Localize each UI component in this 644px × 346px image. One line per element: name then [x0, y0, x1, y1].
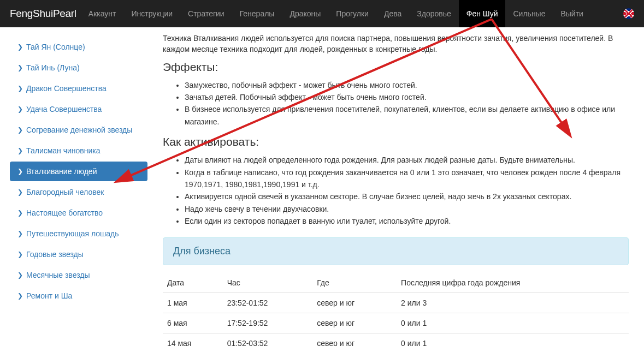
chevron-right-icon: ❯: [17, 43, 23, 51]
sidebar-item-6[interactable]: ❯Вталкивание людей: [10, 162, 147, 181]
sidebar-item-7[interactable]: ❯Благородный человек: [10, 182, 147, 202]
nav-item-10[interactable]: Выйти: [553, 0, 590, 27]
sidebar-item-label: Благородный человек: [26, 188, 104, 196]
sidebar-item-4[interactable]: ❯Согревание денежной звезды: [10, 120, 147, 140]
nav-item-7[interactable]: Здоровье: [409, 0, 459, 27]
chevron-right-icon: ❯: [17, 292, 23, 300]
nav-item-1[interactable]: Инструкции: [123, 0, 180, 27]
sidebar-item-label: Удача Совершенства: [26, 105, 102, 114]
list-item: Активируется одной свечей в указанном се…: [185, 190, 629, 202]
sidebar-item-label: Тай Инь (Луна): [26, 63, 80, 72]
chevron-right-icon: ❯: [17, 147, 23, 154]
nav-item-8[interactable]: Фен Шуй: [459, 0, 506, 27]
sidebar-item-1[interactable]: ❯Тай Инь (Луна): [10, 58, 147, 77]
list-item: Зачатья детей. Побочный эффект - может б…: [185, 91, 629, 103]
chevron-right-icon: ❯: [17, 209, 23, 217]
effects-list: Замужество, побочный эффект - может быть…: [163, 79, 629, 128]
list-item: Надо жечь свечу в течении двухчасовки.: [185, 203, 629, 215]
chevron-right-icon: ❯: [17, 230, 23, 237]
nav-item-0[interactable]: Аккаунт: [81, 0, 124, 27]
table-cell: север и юг: [312, 313, 397, 333]
activate-list: Даты влияют на людей определенного года …: [163, 154, 629, 227]
sidebar-item-12[interactable]: ❯Ремонт и Ша: [10, 286, 147, 306]
table-cell: 0 или 1: [397, 313, 629, 333]
table-header: Дата: [163, 273, 223, 293]
business-alert: Для бизнеса: [163, 237, 629, 265]
sidebar-item-label: Вталкивание людей: [26, 167, 97, 176]
nav-item-4[interactable]: Драконы: [282, 0, 328, 27]
table-row: 6 мая17:52-19:52север и юг0 или 1: [163, 313, 629, 333]
table-cell: 14 мая: [163, 333, 223, 346]
table-header: Час: [223, 273, 313, 293]
dates-table: ДатаЧасГдеПоследняя цифра года рождения …: [163, 273, 629, 347]
sidebar-item-2[interactable]: ❯Дракон Совершенства: [10, 79, 147, 98]
sidebar-item-label: Настоящее богатство: [26, 208, 103, 217]
intro-text: Техника Вталкивания людей используется д…: [163, 33, 629, 55]
chevron-right-icon: ❯: [17, 126, 23, 134]
nav-item-9[interactable]: Сильные: [505, 0, 553, 27]
table-cell: север и юг: [312, 333, 397, 346]
sidebar-item-label: Тай Ян (Солнце): [26, 43, 85, 51]
chevron-right-icon: ❯: [17, 64, 23, 71]
nav-item-6[interactable]: Дева: [376, 0, 409, 27]
chevron-right-icon: ❯: [17, 250, 23, 258]
chevron-right-icon: ❯: [17, 188, 23, 196]
chevron-right-icon: ❯: [17, 168, 23, 175]
list-item: Когда в таблице написано, что год рожден…: [185, 166, 629, 191]
activate-heading: Как активировать:: [163, 135, 629, 148]
list-item: В бизнесе используется для привлечения п…: [185, 103, 629, 128]
sidebar: ❯Тай Ян (Солнце)❯Тай Инь (Луна)❯Дракон С…: [0, 27, 157, 346]
list-item: Даты влияют на людей определенного года …: [185, 154, 629, 166]
main-content: Техника Вталкивания людей используется д…: [157, 27, 644, 346]
table-header: Последняя цифра года рождения: [397, 273, 629, 293]
sidebar-item-11[interactable]: ❯Месячные звезды: [10, 265, 147, 285]
nav-item-3[interactable]: Генералы: [232, 0, 282, 27]
sidebar-item-label: Годовые звезды: [26, 250, 84, 259]
table-row: 1 мая23:52-01:52север и юг2 или 3: [163, 293, 629, 313]
sidebar-item-0[interactable]: ❯Тай Ян (Солнце): [10, 37, 147, 57]
list-item: Замужество, побочный эффект - может быть…: [185, 79, 629, 91]
brand-logo[interactable]: FengShuiPearl: [10, 8, 76, 20]
nav-item-5[interactable]: Прогулки: [328, 0, 376, 27]
sidebar-item-label: Путешествующая лошадь: [26, 229, 119, 238]
sidebar-item-label: Согревание денежной звезды: [26, 126, 132, 134]
table-cell: 1 мая: [163, 293, 223, 313]
nav-menu: АккаунтИнструкцииСтратегииГенералыДракон…: [81, 0, 620, 27]
table-cell: 2 или 3: [397, 293, 629, 313]
chevron-right-icon: ❯: [17, 105, 23, 113]
language-flag-icon[interactable]: [623, 8, 634, 19]
sidebar-item-label: Талисман чиновника: [26, 146, 101, 155]
sidebar-item-5[interactable]: ❯Талисман чиновника: [10, 141, 147, 160]
table-cell: север и юг: [312, 293, 397, 313]
nav-item-2[interactable]: Стратегии: [180, 0, 232, 27]
table-header: Где: [312, 273, 397, 293]
table-cell: 17:52-19:52: [223, 313, 313, 333]
table-cell: 23:52-01:52: [223, 293, 313, 313]
effects-heading: Эффекты:: [163, 61, 629, 74]
chevron-right-icon: ❯: [17, 271, 23, 279]
list-item: Если один из секторов попадает в ванную …: [185, 215, 629, 227]
sidebar-item-8[interactable]: ❯Настоящее богатство: [10, 203, 147, 223]
chevron-right-icon: ❯: [17, 85, 23, 92]
table-row: 14 мая01:52-03:52север и юг0 или 1: [163, 333, 629, 346]
top-navbar: FengShuiPearl АккаунтИнструкцииСтратегии…: [0, 0, 644, 27]
sidebar-item-9[interactable]: ❯Путешествующая лошадь: [10, 224, 147, 243]
sidebar-item-10[interactable]: ❯Годовые звезды: [10, 244, 147, 264]
sidebar-item-label: Ремонт и Ша: [26, 291, 72, 300]
sidebar-item-3[interactable]: ❯Удача Совершенства: [10, 99, 147, 119]
table-cell: 01:52-03:52: [223, 333, 313, 346]
sidebar-item-label: Дракон Совершенства: [26, 84, 107, 93]
sidebar-item-label: Месячные звезды: [26, 271, 90, 279]
table-cell: 6 мая: [163, 313, 223, 333]
table-cell: 0 или 1: [397, 333, 629, 346]
